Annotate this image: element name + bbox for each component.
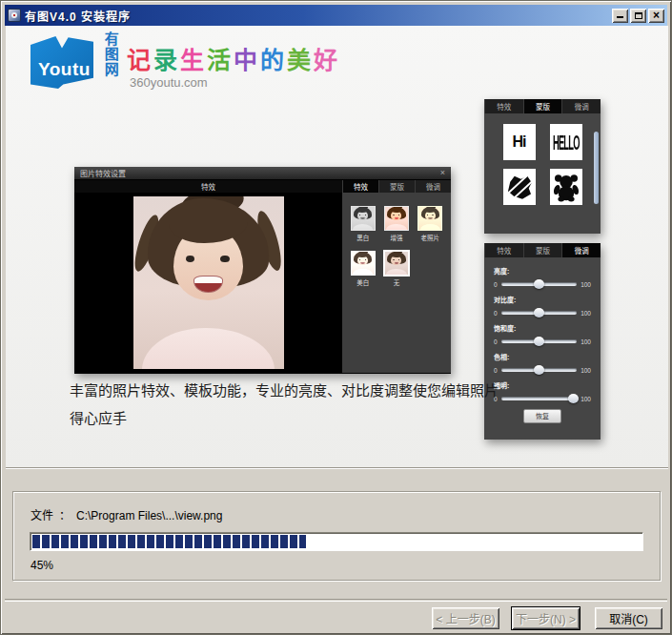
slider-thumb[interactable] — [534, 365, 544, 375]
tab-特效[interactable]: 特效 — [342, 180, 378, 193]
tab-蒙版[interactable]: 蒙版 — [378, 180, 415, 193]
file-path: C:\Program Files\...\view.png — [76, 509, 222, 522]
slider-label: 色相: — [494, 352, 591, 361]
slider-thumb[interactable] — [534, 279, 544, 289]
effect-label: 老照片 — [416, 233, 444, 242]
effect-thumbnail[interactable]: 增强 — [382, 206, 411, 242]
girl-photo — [133, 196, 284, 369]
app-preview-title: 图片特效设置 — [80, 168, 126, 178]
tab-特效[interactable]: 特效 — [484, 243, 523, 257]
slider-track[interactable] — [501, 282, 578, 286]
app-preview-header: 特效 特效蒙版微调 — [74, 180, 451, 193]
description-line-1: 丰富的照片特效、模板功能，专业的亮度、对比度调整使您编辑照片 — [70, 377, 503, 404]
close-button[interactable]: × — [648, 9, 664, 23]
description-line-2: 得心应手 — [70, 404, 503, 432]
effect-label: 黑白 — [349, 233, 377, 242]
effect-label: 美白 — [349, 277, 377, 287]
effect-preview — [351, 251, 376, 276]
slider-thumb[interactable] — [568, 394, 579, 403]
effects-grid: 黑白 增强 老照片 美白 — [342, 193, 451, 373]
slider-min-label: 0 — [494, 367, 498, 374]
tab-微调[interactable]: 微调 — [561, 243, 601, 257]
slogan-char: 中 — [234, 47, 260, 74]
installer-icon — [8, 9, 21, 22]
maximize-button[interactable] — [630, 9, 646, 23]
title-bar[interactable]: 有图V4.0 安装程序 × — [5, 5, 667, 26]
effect-label: 无 — [382, 277, 411, 287]
slider-max-label: 100 — [580, 396, 591, 402]
mask-tile-scribble[interactable] — [503, 169, 536, 205]
mask-tile-hello[interactable]: HELLO — [550, 124, 582, 160]
logo-vertical-text: 有图网 — [102, 31, 118, 77]
app-preview-tabs: 特效蒙版微调 — [342, 180, 451, 193]
slogan-char: 美 — [287, 47, 314, 74]
slider-block: 透明: 0 100 — [494, 380, 591, 403]
slogan-char: 活 — [207, 47, 234, 74]
logo-wordmark: Youtu — [38, 59, 91, 80]
tab-蒙版[interactable]: 蒙版 — [523, 99, 562, 113]
slider-block: 色相: 0 100 — [494, 352, 591, 375]
effect-thumbnail[interactable]: 黑白 — [349, 206, 377, 242]
slogan-char: 记 — [127, 47, 153, 74]
slider-min-label: 0 — [494, 310, 498, 317]
file-row: 文件：C:\Program Files\...\view.png — [31, 506, 228, 522]
slider-block: 饱和度: 0 100 — [494, 323, 591, 346]
app-preview-screenshot: 图片特效设置 × 特效 特效蒙版微调 — [74, 167, 451, 374]
slider-track[interactable] — [501, 397, 578, 400]
feature-description: 丰富的照片特效、模板功能，专业的亮度、对比度调整使您编辑照片 得心应手 — [70, 377, 503, 432]
slider-max-label: 100 — [580, 310, 591, 317]
tab-微调[interactable]: 微调 — [415, 180, 451, 193]
slider-track[interactable] — [501, 368, 578, 372]
minimize-icon — [617, 10, 623, 18]
mask-text: HELLO — [553, 130, 580, 155]
slider-max-label: 100 — [580, 367, 591, 374]
slider-max-label: 100 — [580, 281, 591, 288]
slider-track[interactable] — [501, 339, 578, 343]
minimize-button[interactable] — [612, 9, 628, 23]
progress-percent: 45% — [31, 559, 53, 572]
slider-label: 透明: — [494, 380, 591, 390]
mask-tile-hi[interactable]: Hi — [503, 124, 536, 160]
file-label: 文件 — [31, 509, 53, 522]
slider-thumb[interactable] — [534, 337, 544, 346]
site-url: 360youtu.com — [130, 75, 208, 90]
effect-preview — [384, 206, 409, 231]
effect-preview — [417, 206, 442, 231]
tab-特效[interactable]: 特效 — [484, 99, 523, 113]
mask-tile-bear[interactable] — [550, 169, 582, 205]
slider-thumb[interactable] — [534, 308, 544, 318]
mask-grid: HiHELLO — [484, 113, 601, 205]
youtu-logo: Youtu — [31, 35, 93, 89]
mask-panel: 特效蒙版微调 HiHELLO — [484, 99, 601, 234]
close-icon: × — [653, 10, 660, 21]
slogan-char: 的 — [260, 47, 287, 74]
slogan-char: 录 — [153, 47, 180, 74]
cancel-button[interactable]: 取消(C) — [595, 607, 662, 629]
slider-block: 对比度: 0 100 — [494, 295, 591, 318]
progress-groupbox: 文件：C:\Program Files\...\view.png 45% — [12, 491, 661, 581]
effect-thumbnail[interactable]: 无 — [382, 251, 411, 287]
slider-min-label: 0 — [494, 338, 498, 345]
effect-preview — [351, 206, 376, 231]
slider-label: 对比度: — [494, 295, 591, 304]
tab-微调[interactable]: 微调 — [561, 99, 601, 113]
slogan-char: 生 — [180, 47, 207, 74]
progress-fill — [32, 535, 306, 548]
next-button[interactable]: 下一步(N) > — [512, 607, 580, 629]
slider-track[interactable] — [501, 311, 578, 315]
app-preview-close-icon: × — [440, 169, 445, 177]
progress-bar — [30, 532, 643, 551]
reset-button[interactable]: 恢复 — [523, 409, 561, 423]
content-area: Youtu 有图网 记录生活中的美好 360youtu.com 图片特效设置 ×… — [6, 26, 668, 468]
mask-panel-scrollbar[interactable] — [594, 132, 599, 204]
effect-thumbnail[interactable]: 美白 — [349, 251, 377, 287]
mask-panel-tabs: 特效蒙版微调 — [484, 99, 601, 113]
slogan-char: 好 — [314, 47, 340, 74]
footer-separator — [5, 599, 667, 601]
slider-min-label: 0 — [494, 281, 498, 288]
installer-window: 有图V4.0 安装程序 × Youtu 有图网 记录生活中的美好 360yout… — [0, 0, 672, 635]
effect-thumbnail[interactable]: 老照片 — [416, 206, 444, 242]
back-button[interactable]: < 上一步(B) — [432, 607, 499, 629]
tab-蒙版[interactable]: 蒙版 — [523, 243, 562, 257]
effect-preview — [384, 251, 409, 276]
